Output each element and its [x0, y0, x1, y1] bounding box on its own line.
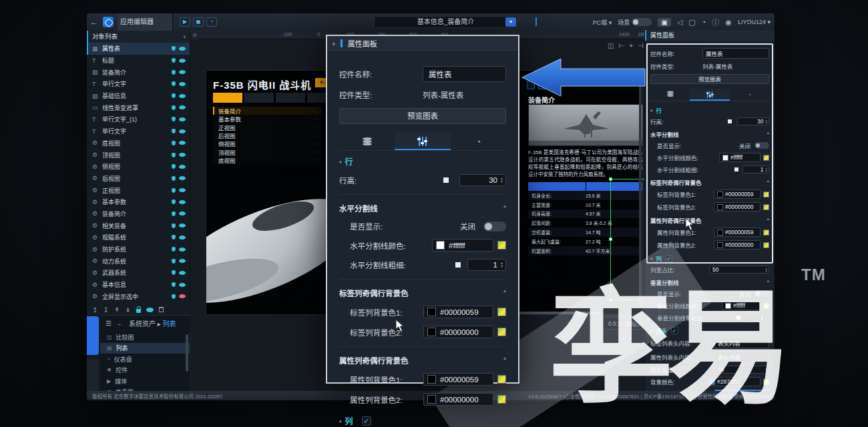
clock-icon[interactable]: ◔ — [702, 18, 706, 26]
page-menu-item[interactable]: 正视图 · — [213, 123, 321, 131]
layer-row[interactable]: T 单行文字 — [87, 78, 190, 90]
lock-icon[interactable] — [172, 259, 176, 264]
slider-knob[interactable] — [728, 119, 732, 123]
prop-bg1-input[interactable]: #00000059 — [714, 228, 761, 237]
preview-chart-button[interactable]: 预览图表 — [650, 74, 769, 84]
layer-row[interactable]: ⚙ 顶视图 — [87, 149, 190, 161]
layer-row[interactable]: ⚙ 防护系统 — [87, 244, 190, 256]
color-picker-icon[interactable] — [497, 395, 506, 404]
tab-data[interactable] — [339, 133, 395, 150]
row-height-stepper[interactable]: 30▴▾ — [459, 174, 506, 186]
visibility-eye-icon[interactable] — [179, 248, 186, 252]
show-toggle[interactable] — [754, 142, 769, 149]
lock-icon[interactable] — [172, 46, 176, 51]
layer-row[interactable]: ▭ 线性渐变遮罩 — [87, 101, 190, 113]
label-bg1-input[interactable]: #00000059 — [714, 189, 761, 199]
row-height-stepper[interactable]: 30▴▾ — [737, 117, 769, 125]
lock-icon[interactable] — [172, 129, 176, 133]
show-toggle[interactable] — [483, 222, 506, 232]
visibility-eye-icon[interactable] — [179, 165, 186, 169]
prop-bg-section[interactable]: 属性列奇偶行背景色▴ — [650, 216, 769, 224]
visibility-eye-icon[interactable] — [179, 82, 186, 86]
align-toolbar-icon[interactable]: + — [629, 42, 633, 49]
layer-row[interactable]: ⚙ 装备简介 — [87, 208, 190, 220]
assets-menu-item[interactable]: ❖ 控件 — [100, 365, 190, 376]
section-row[interactable]: 行 — [656, 106, 662, 114]
eye-icon[interactable] — [146, 308, 154, 312]
layer-row[interactable]: T 单行文字_(1) — [87, 113, 190, 125]
lock-icon[interactable] — [172, 270, 176, 275]
color-picker-icon[interactable] — [763, 242, 769, 248]
assets-menu-item[interactable]: ◫ 比较图 — [100, 332, 190, 343]
page-menu-item[interactable]: 装备简介 · — [213, 107, 321, 115]
section-column[interactable]: 列 — [345, 415, 353, 426]
layer-row[interactable]: ⚙ 基本信息 — [87, 279, 190, 291]
hsplit-section[interactable]: 水平分割线▴ — [650, 130, 769, 138]
visibility-eye-icon[interactable] — [179, 70, 186, 74]
ruler-origin-icon[interactable]: ⊙ — [190, 31, 199, 39]
visibility-eye-icon[interactable] — [179, 236, 186, 240]
prop-bg2-input[interactable]: #00000000 — [423, 393, 493, 406]
layer-row[interactable]: ⚙ 观瞄系统 — [87, 232, 190, 244]
visibility-eye-icon[interactable] — [179, 294, 186, 298]
titlebar-tool-icon[interactable]: ▶ — [180, 17, 190, 27]
visibility-eye-icon[interactable] — [179, 176, 186, 180]
caret-down-icon[interactable]: ▾ — [505, 17, 516, 27]
color-picker-icon[interactable] — [497, 241, 506, 250]
lock-icon[interactable] — [172, 176, 176, 181]
lock-icon[interactable] — [172, 247, 176, 252]
tab-interaction[interactable]: ◔ — [730, 89, 769, 101]
lock-icon[interactable] — [172, 70, 176, 75]
assets-menu-item[interactable]: ▶ 媒体 — [100, 376, 190, 387]
assets-menu-item[interactable]: ▤ 列表 — [100, 343, 190, 354]
color-picker-icon[interactable] — [497, 328, 506, 336]
layer-row[interactable]: ⚙ 侧视图 — [87, 161, 190, 173]
color-picker-icon[interactable] — [497, 375, 506, 384]
layer-order-icon[interactable]: ↧ — [103, 306, 108, 314]
visibility-eye-icon[interactable] — [179, 141, 186, 145]
titlebar-tool-icon[interactable]: ◔ — [206, 17, 217, 27]
color-picker-icon[interactable] — [763, 155, 769, 161]
control-name-input[interactable]: 属性表 — [423, 66, 506, 82]
layer-row[interactable]: ▨ 装备简介 — [87, 66, 190, 78]
lock-icon[interactable] — [172, 58, 176, 63]
layer-row[interactable]: ⚙ 正视图 — [87, 184, 190, 196]
username[interactable]: LIYOU124 ▾ — [738, 19, 771, 25]
prop-bg1-input[interactable]: #00000059 — [423, 373, 493, 386]
info-icon[interactable]: ⓘ — [712, 17, 719, 27]
collapse-panel-icon[interactable]: ‹ — [184, 31, 186, 43]
layer-row[interactable]: ⚙ 底视图 — [87, 137, 190, 149]
column-checkbox[interactable]: ✓ — [362, 416, 371, 426]
device-selector[interactable]: PC端 ▾ — [593, 18, 612, 27]
layer-order-icon[interactable]: ↟ — [114, 306, 120, 314]
control-name-input[interactable]: 属性表 — [702, 48, 769, 59]
lock-icon[interactable] — [172, 153, 176, 157]
hsplit-section[interactable]: 水平分割线▴ — [339, 203, 506, 214]
visibility-eye-icon[interactable] — [179, 259, 186, 263]
layer-row[interactable]: ⚙ 基本参数 — [87, 196, 190, 208]
lock-icon[interactable] — [172, 224, 176, 228]
visibility-eye-icon[interactable] — [179, 153, 186, 157]
lock-icon[interactable] — [172, 282, 176, 287]
tab-style[interactable] — [690, 89, 729, 101]
label-bg2-input[interactable]: #00000000 — [714, 202, 761, 211]
layer-row[interactable]: T 单行文字 — [87, 125, 190, 137]
hsplit-width-stepper[interactable]: 1▴▾ — [467, 259, 506, 271]
lock-icon[interactable] — [172, 105, 176, 110]
visibility-eye-icon[interactable] — [179, 188, 186, 192]
lock-icon[interactable] — [136, 309, 141, 313]
layer-row[interactable]: ▦ 属性表 — [87, 43, 190, 55]
hsplit-color-input[interactable]: #ffffff — [432, 239, 493, 252]
page-tab[interactable] — [213, 93, 242, 103]
scene-toggle[interactable]: 场景 — [618, 18, 652, 27]
layer-row[interactable]: T 标题 — [87, 55, 190, 67]
tab-style[interactable] — [395, 133, 450, 150]
lock-icon[interactable] — [172, 235, 176, 240]
titlebar-tool-icon[interactable]: ▣ — [193, 17, 204, 27]
visibility-eye-icon[interactable] — [179, 105, 186, 109]
color-picker-icon[interactable] — [497, 308, 506, 316]
slider-knob[interactable] — [443, 177, 449, 183]
visibility-eye-icon[interactable] — [179, 271, 186, 275]
assets-menu-item[interactable]: ◔ 仪表盘 — [100, 354, 190, 365]
page-menu-item[interactable]: 侧视图 · — [213, 139, 321, 147]
